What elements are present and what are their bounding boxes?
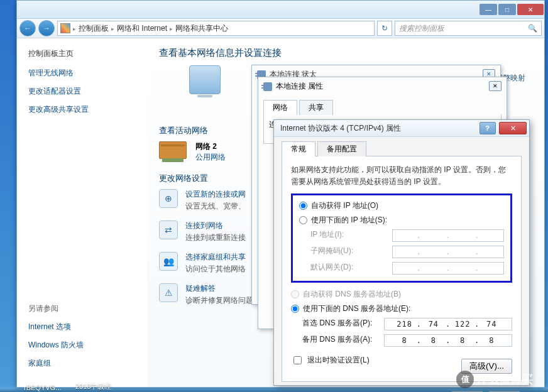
tab-alternate[interactable]: 备用配置 [317, 141, 366, 157]
octet[interactable]: 8 [483, 336, 500, 345]
task-title: 选择家庭组和共享 [185, 252, 246, 263]
back-button[interactable]: ← [19, 20, 36, 36]
sidebar-link-adapters[interactable]: 更改适配器设置 [28, 86, 148, 97]
watermark-text: 什么值得买 [476, 372, 533, 387]
task-desc: 设置无线、宽带、 [185, 201, 246, 212]
close-button[interactable]: ✕ [499, 122, 527, 134]
sidebar-link-sharing[interactable]: 更改高级共享设置 [28, 104, 148, 115]
watermark-badge-icon: 值 [456, 371, 474, 388]
dns2-field[interactable]: 8. 8. 8. 8 [384, 334, 512, 347]
subnet-mask-label: 子网掩码(U): [310, 246, 386, 258]
sidebar: 控制面板主页 管理无线网络 更改适配器设置 更改高级共享设置 另请参阅 Inte… [17, 38, 148, 387]
tab-general[interactable]: 常规 [282, 141, 315, 157]
task-title: 设置新的连接或网 [185, 189, 246, 200]
radio-input [291, 290, 299, 298]
subnet-mask-field: ... [392, 246, 504, 258]
homegroup-icon: 👥 [159, 252, 178, 271]
tab-sharing[interactable]: 共享 [299, 100, 333, 115]
network-type-link[interactable]: 公用网络 [195, 152, 226, 163]
radio-input[interactable] [299, 216, 307, 224]
task-title: 疑难解答 [185, 283, 253, 294]
gateway-label: 默认网关(D): [310, 262, 386, 275]
sidebar-link-internet-options[interactable]: Internet 选项 [28, 322, 148, 332]
dialog-title: 本地连接 属性 [276, 81, 323, 92]
radio-input[interactable] [299, 202, 307, 210]
radio-input[interactable] [291, 305, 299, 313]
ip-address-field: ... [392, 229, 504, 242]
checkbox-input[interactable] [293, 356, 302, 364]
octet[interactable]: 122 [454, 320, 471, 329]
dns2-label: 备用 DNS 服务器(A): [302, 334, 378, 347]
search-input[interactable]: 搜索控制面板 🔍 [395, 21, 542, 36]
tab-network[interactable]: 网络 [263, 100, 297, 115]
radio-auto-ip[interactable]: 自动获得 IP 地址(O) [299, 200, 504, 211]
octet[interactable]: 8 [397, 336, 413, 345]
chevron-right-icon [170, 24, 173, 33]
task-title: 连接到网络 [185, 220, 246, 231]
see-also-label: 另请参阅 [28, 303, 148, 314]
radio-label: 使用下面的 IP 地址(S): [311, 215, 387, 226]
search-placeholder: 搜索控制面板 [399, 23, 444, 34]
chevron-right-icon [111, 24, 114, 33]
dialog-title: Internet 协议版本 4 (TCP/IPv4) 属性 [280, 123, 401, 134]
breadcrumb-item[interactable]: 网络和共享中心 [175, 23, 228, 34]
maximize-button[interactable]: □ [498, 4, 516, 15]
new-connection-icon: ⊕ [159, 189, 178, 208]
taskbar-item[interactable]: rBEQYVG... [24, 384, 61, 391]
forward-button[interactable]: → [38, 20, 55, 36]
ipv4-titlebar: Internet 协议版本 4 (TCP/IPv4) 属性 ? ✕ [274, 120, 529, 137]
refresh-button[interactable]: ↻ [377, 21, 392, 36]
navbar: ← → 控制面板 网络和 Internet 网络和共享中心 ↻ 搜索控制面板 🔍 [17, 19, 544, 38]
sidebar-title: 控制面板主页 [28, 48, 148, 59]
octet[interactable]: 74 [483, 320, 500, 329]
dns1-label: 首选 DNS 服务器(P): [302, 318, 378, 330]
radio-auto-dns: 自动获得 DNS 服务器地址(B) [291, 289, 512, 300]
task-desc: 访问位于其他网络 [185, 264, 246, 275]
octet[interactable]: 8 [454, 336, 471, 345]
task-desc: 连接到或重新连接 [185, 232, 246, 243]
plug-icon [263, 82, 272, 91]
chevron-right-icon [73, 24, 76, 33]
octet[interactable]: 218 [397, 320, 413, 329]
sidebar-link-firewall[interactable]: Windows 防火墙 [28, 340, 148, 351]
breadcrumb-item[interactable]: 控制面板 [79, 23, 109, 34]
search-icon: 🔍 [528, 24, 537, 33]
network-name: 网络 2 [195, 141, 226, 152]
radio-label: 自动获得 IP 地址(O) [311, 200, 378, 211]
page-title: 查看基本网络信息并设置连接 [159, 47, 533, 59]
checkbox-label: 退出时验证设置(L) [307, 355, 370, 366]
radio-manual-dns[interactable]: 使用下面的 DNS 服务器地址(E): [291, 303, 512, 314]
troubleshoot-icon: ⚠ [159, 283, 178, 302]
gateway-field: ... [392, 262, 504, 275]
radio-manual-ip[interactable]: 使用下面的 IP 地址(S): [299, 215, 504, 226]
control-panel-icon [60, 23, 70, 33]
tab-panel-general: 如果网络支持此功能，则可以获取自动指派的 IP 设置。否则，您需要从网络系统管理… [282, 156, 522, 382]
bench-icon [159, 141, 187, 159]
titlebar: — □ ✕ [17, 1, 544, 19]
task-desc: 诊断并修复网络问题 [185, 295, 253, 306]
radio-label: 自动获得 DNS 服务器地址(B) [303, 289, 401, 300]
minimize-button[interactable]: — [480, 4, 497, 15]
sidebar-link-wireless[interactable]: 管理无线网络 [28, 68, 148, 79]
octet[interactable]: 8 [425, 336, 442, 345]
close-icon[interactable]: ✕ [489, 81, 501, 91]
tab-strip: 常规 备用配置 [282, 141, 522, 156]
connect-icon: ⇄ [159, 220, 178, 239]
computer-icon [189, 65, 221, 94]
radio-label: 使用下面的 DNS 服务器地址(E): [303, 303, 410, 314]
ip-address-label: IP 地址(I): [310, 229, 386, 242]
octet[interactable]: 74 [425, 320, 442, 329]
ip-settings-highlight: 自动获得 IP 地址(O) 使用下面的 IP 地址(S): IP 地址(I): … [291, 193, 512, 283]
breadcrumb-item[interactable]: 网络和 Internet [117, 23, 167, 34]
taskbar-item[interactable]: 2013中级经 [75, 382, 111, 391]
sidebar-link-homegroup[interactable]: 家庭组 [28, 358, 148, 369]
dns1-field[interactable]: 218. 74. 122. 74 [384, 318, 512, 330]
watermark: 值 什么值得买 [456, 371, 533, 388]
breadcrumb[interactable]: 控制面板 网络和 Internet 网络和共享中心 [57, 21, 375, 36]
close-button[interactable]: ✕ [517, 4, 544, 15]
description-text: 如果网络支持此功能，则可以获取自动指派的 IP 设置。否则，您需要从网络系统管理… [291, 164, 512, 187]
ipv4-properties-dialog: Internet 协议版本 4 (TCP/IPv4) 属性 ? ✕ 常规 备用配… [273, 119, 530, 386]
help-button[interactable]: ? [480, 122, 496, 134]
